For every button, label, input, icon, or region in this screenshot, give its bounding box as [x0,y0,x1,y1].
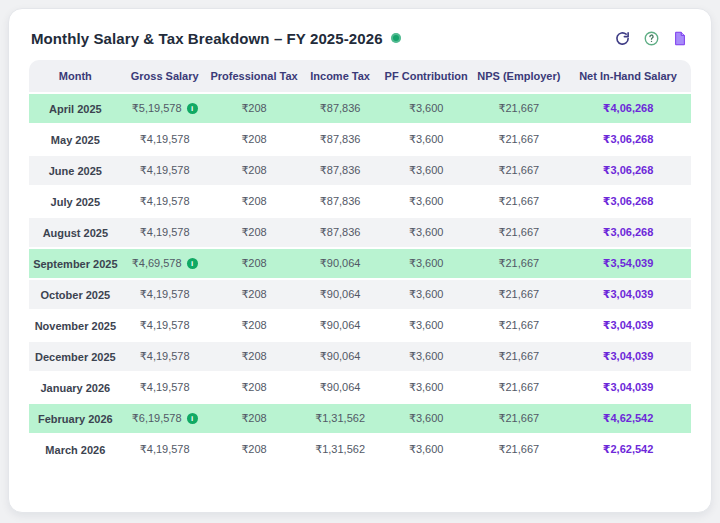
cell-nps-employer: ₹21,667 [473,92,566,123]
table-row: June 2025₹4,19,578₹208₹87,836₹3,600₹21,6… [29,154,691,185]
cell-net: ₹3,54,039 [565,247,691,278]
cell-net: ₹3,06,268 [565,123,691,154]
cell-pf-contribution: ₹3,600 [380,433,473,464]
table-row: July 2025₹4,19,578₹208₹87,836₹3,600₹21,6… [29,185,691,216]
info-icon[interactable]: i [187,103,198,114]
cell-gross-salary: ₹4,19,578 [122,433,208,464]
cell-income-tax: ₹87,836 [300,216,379,247]
cell-income-tax: ₹1,31,562 [300,433,379,464]
help-circle-icon [644,31,659,46]
cell-nps-employer: ₹21,667 [473,371,566,402]
salary-table-wrap: MonthGross SalaryProfessional TaxIncome … [29,60,691,464]
cell-professional-tax: ₹208 [208,278,301,309]
cell-income-tax: ₹90,064 [300,309,379,340]
cell-nps-employer: ₹21,667 [473,154,566,185]
cell-nps-employer: ₹21,667 [473,247,566,278]
title-wrap: Monthly Salary & Tax Breakdown – FY 2025… [31,30,401,47]
cell-gross-salary: ₹4,19,578 [122,216,208,247]
cell-gross-salary: ₹4,19,578 [122,371,208,402]
info-icon[interactable]: i [187,413,198,424]
cell-gross-salary: ₹5,19,578i [122,92,208,123]
cell-gross-salary: ₹4,19,578 [122,278,208,309]
cell-month: December 2025 [29,340,122,371]
cell-income-tax: ₹90,064 [300,278,379,309]
status-dot-icon [391,33,401,43]
column-header-gross-salary: Gross Salary [122,60,208,92]
cell-nps-employer: ₹21,667 [473,402,566,433]
cell-nps-employer: ₹21,667 [473,216,566,247]
cell-income-tax: ₹87,836 [300,154,379,185]
cell-professional-tax: ₹208 [208,340,301,371]
cell-gross-salary: ₹4,69,578i [122,247,208,278]
salary-table: MonthGross SalaryProfessional TaxIncome … [29,60,691,464]
column-header-month: Month [29,60,122,92]
table-row: April 2025₹5,19,578i₹208₹87,836₹3,600₹21… [29,92,691,123]
cell-month: January 2026 [29,371,122,402]
table-row: September 2025₹4,69,578i₹208₹90,064₹3,60… [29,247,691,278]
cell-gross-salary: ₹4,19,578 [122,123,208,154]
cell-professional-tax: ₹208 [208,185,301,216]
cell-income-tax: ₹87,836 [300,185,379,216]
column-header-professional-tax: Professional Tax [208,60,301,92]
cell-net: ₹3,06,268 [565,216,691,247]
cell-professional-tax: ₹208 [208,123,301,154]
cell-pf-contribution: ₹3,600 [380,154,473,185]
page-title: Monthly Salary & Tax Breakdown – FY 2025… [31,30,383,47]
cell-pf-contribution: ₹3,600 [380,123,473,154]
table-row: February 2026₹6,19,578i₹208₹1,31,562₹3,6… [29,402,691,433]
help-button[interactable] [642,29,660,47]
cell-gross-salary: ₹4,19,578 [122,154,208,185]
table-header-row: MonthGross SalaryProfessional TaxIncome … [29,60,691,92]
refresh-button[interactable] [613,29,631,47]
cell-professional-tax: ₹208 [208,371,301,402]
cell-pf-contribution: ₹3,600 [380,278,473,309]
cell-pf-contribution: ₹3,600 [380,309,473,340]
report-button[interactable] [671,29,689,47]
column-header-income-tax: Income Tax [300,60,379,92]
cell-gross-salary: ₹4,19,578 [122,309,208,340]
table-row: May 2025₹4,19,578₹208₹87,836₹3,600₹21,66… [29,123,691,154]
card-header: Monthly Salary & Tax Breakdown – FY 2025… [29,29,691,47]
column-header-nps-employer: NPS (Employer) [473,60,566,92]
cell-professional-tax: ₹208 [208,433,301,464]
cell-nps-employer: ₹21,667 [473,185,566,216]
refresh-icon [615,31,630,46]
cell-net: ₹3,04,039 [565,309,691,340]
cell-month: March 2026 [29,433,122,464]
cell-month: June 2025 [29,154,122,185]
cell-month: October 2025 [29,278,122,309]
table-row: December 2025₹4,19,578₹208₹90,064₹3,600₹… [29,340,691,371]
column-header-net-in-hand-salary: Net In-Hand Salary [565,60,691,92]
cell-pf-contribution: ₹3,600 [380,371,473,402]
cell-pf-contribution: ₹3,600 [380,247,473,278]
cell-nps-employer: ₹21,667 [473,433,566,464]
cell-net: ₹3,04,039 [565,340,691,371]
cell-income-tax: ₹90,064 [300,371,379,402]
cell-income-tax: ₹87,836 [300,92,379,123]
cell-nps-employer: ₹21,667 [473,340,566,371]
cell-gross-salary: ₹6,19,578i [122,402,208,433]
cell-net: ₹4,62,542 [565,402,691,433]
cell-month: August 2025 [29,216,122,247]
cell-pf-contribution: ₹3,600 [380,92,473,123]
table-row: November 2025₹4,19,578₹208₹90,064₹3,600₹… [29,309,691,340]
cell-net: ₹3,06,268 [565,154,691,185]
cell-month: November 2025 [29,309,122,340]
cell-nps-employer: ₹21,667 [473,123,566,154]
table-row: October 2025₹4,19,578₹208₹90,064₹3,600₹2… [29,278,691,309]
cell-professional-tax: ₹208 [208,154,301,185]
cell-pf-contribution: ₹3,600 [380,402,473,433]
cell-pf-contribution: ₹3,600 [380,216,473,247]
cell-net: ₹3,04,039 [565,278,691,309]
cell-month: September 2025 [29,247,122,278]
cell-income-tax: ₹90,064 [300,340,379,371]
cell-pf-contribution: ₹3,600 [380,185,473,216]
cell-nps-employer: ₹21,667 [473,309,566,340]
cell-net: ₹3,04,039 [565,371,691,402]
info-icon[interactable]: i [187,258,198,269]
cell-net: ₹4,06,268 [565,92,691,123]
cell-pf-contribution: ₹3,600 [380,340,473,371]
header-actions [613,29,689,47]
salary-breakdown-card: Monthly Salary & Tax Breakdown – FY 2025… [8,8,712,513]
cell-income-tax: ₹90,064 [300,247,379,278]
